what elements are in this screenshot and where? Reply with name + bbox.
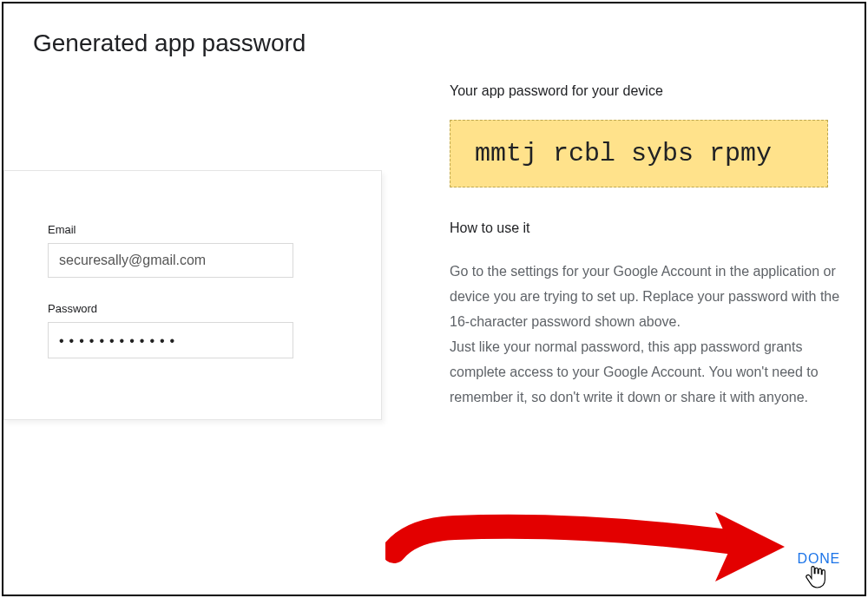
password-field[interactable] <box>48 322 293 358</box>
generated-password-box: mmtj rcbl sybs rpmy <box>450 120 828 187</box>
email-field[interactable] <box>48 243 293 278</box>
hand-cursor-icon <box>804 563 826 589</box>
svg-marker-0 <box>715 512 785 582</box>
instructions-paragraph-1: Go to the settings for your Google Accou… <box>450 264 839 329</box>
device-password-heading: Your app password for your device <box>450 83 853 99</box>
password-label: Password <box>48 302 338 315</box>
login-preview-card: Email Password <box>3 170 382 420</box>
generated-password-text: mmtj rcbl sybs rpmy <box>475 139 772 168</box>
instructions-paragraph-2: Just like your normal password, this app… <box>450 339 819 404</box>
email-label: Email <box>48 223 338 236</box>
howto-heading: How to use it <box>450 220 853 236</box>
page-title: Generated app password <box>33 30 840 57</box>
annotation-arrow-icon <box>385 503 793 598</box>
done-button[interactable]: DONE <box>798 551 840 567</box>
instructions-text: Go to the settings for your Google Accou… <box>450 259 853 410</box>
